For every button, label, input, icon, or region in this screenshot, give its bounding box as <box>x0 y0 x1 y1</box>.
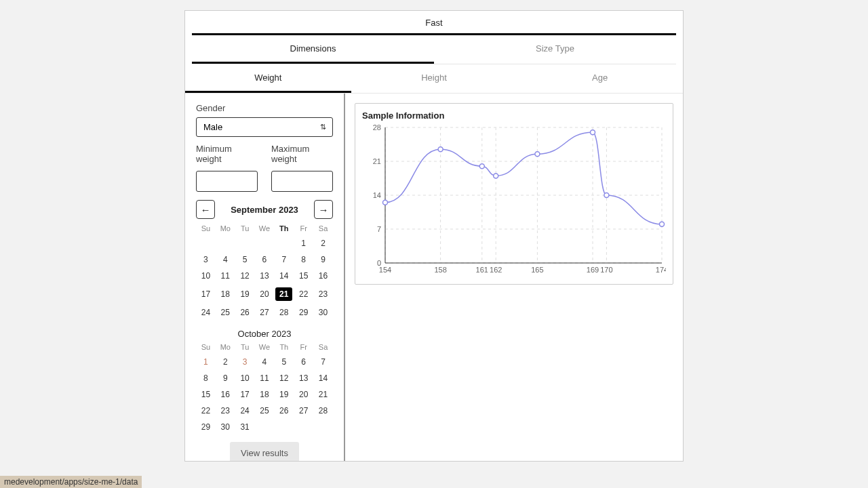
svg-text:158: 158 <box>434 266 446 274</box>
svg-text:28: 28 <box>373 123 381 131</box>
calendar-day[interactable]: 14 <box>313 370 333 386</box>
calendar-day[interactable]: 4 <box>255 354 275 370</box>
max-weight-label: Maximum weight <box>271 144 333 164</box>
calendar-day[interactable]: 1 <box>294 235 313 251</box>
svg-point-28 <box>383 200 388 205</box>
calendar-day[interactable]: 25 <box>255 403 275 419</box>
calendar-day[interactable]: 25 <box>216 304 235 321</box>
calendar-day[interactable]: 15 <box>196 386 216 403</box>
calendar-day[interactable]: 20 <box>294 386 313 403</box>
calendar-day[interactable]: 3 <box>235 354 255 370</box>
calendar-day[interactable]: 11 <box>255 370 275 386</box>
gender-select[interactable]: Male <box>196 117 333 137</box>
gender-select-wrap: Male ⇅ <box>196 117 333 137</box>
calendar-day[interactable]: 20 <box>255 284 275 304</box>
calendar-day[interactable]: 18 <box>255 386 275 403</box>
calendar-day[interactable]: 13 <box>255 268 275 284</box>
calendar-day[interactable]: 19 <box>274 386 294 403</box>
calendar-day[interactable]: 6 <box>255 251 275 268</box>
calendar-day[interactable]: 16 <box>313 268 333 284</box>
app-card: Fast Dimensions Size Type Weight Height … <box>184 10 684 462</box>
dow-header: Tu <box>235 222 255 235</box>
calendar-day[interactable]: 10 <box>235 370 255 386</box>
calendar-day[interactable]: 16 <box>216 386 235 403</box>
calendar-day[interactable]: 18 <box>216 284 235 304</box>
calendar-day[interactable]: 23 <box>313 284 333 304</box>
max-weight-input[interactable] <box>271 171 333 192</box>
view-results-button[interactable]: View results <box>230 442 299 461</box>
calendar-day[interactable]: 2 <box>216 354 235 370</box>
tab-dimensions[interactable]: Dimensions <box>192 35 434 64</box>
calendar-day[interactable]: 22 <box>294 284 313 304</box>
calendar-day[interactable]: 12 <box>235 268 255 284</box>
calendar-day[interactable]: 26 <box>235 304 255 321</box>
tab-size-type[interactable]: Size Type <box>434 35 676 64</box>
calendar-day[interactable]: 26 <box>274 403 294 419</box>
calendar-day[interactable]: 4 <box>216 251 235 268</box>
calendar-day[interactable]: 6 <box>294 354 313 370</box>
month1-title: September 2023 <box>215 205 314 215</box>
calendar-day[interactable]: 3 <box>196 251 216 268</box>
tab-weight[interactable]: Weight <box>185 64 351 93</box>
calendar-day[interactable]: 15 <box>294 268 313 284</box>
calendar-day[interactable]: 13 <box>294 370 313 386</box>
calendar-day[interactable]: 28 <box>313 403 333 419</box>
svg-text:162: 162 <box>490 266 502 274</box>
tab-age[interactable]: Age <box>517 64 683 93</box>
calendar-day[interactable]: 8 <box>196 370 216 386</box>
calendar-day[interactable]: 19 <box>235 284 255 304</box>
calendar-day <box>274 419 294 435</box>
calendar-day[interactable]: 23 <box>216 403 235 419</box>
calendar-day[interactable]: 14 <box>274 268 294 284</box>
calendar-day[interactable]: 12 <box>274 370 294 386</box>
calendar-day[interactable]: 27 <box>255 304 275 321</box>
calendar-day[interactable]: 29 <box>294 304 313 321</box>
calendar-day <box>255 419 275 435</box>
weight-inputs-row: Minimum weight Maximum weight <box>196 144 333 192</box>
svg-point-31 <box>494 174 498 178</box>
calendar-day[interactable]: 17 <box>196 284 216 304</box>
calendar-day[interactable]: 27 <box>294 403 313 419</box>
calendar-day[interactable]: 9 <box>313 251 333 268</box>
calendar-day[interactable]: 5 <box>274 354 294 370</box>
cal-prev-button[interactable]: ← <box>196 200 215 219</box>
tab-height[interactable]: Height <box>351 64 517 93</box>
calendar-day[interactable]: 1 <box>196 354 216 370</box>
calendar-day[interactable]: 8 <box>294 251 313 268</box>
calendar-day[interactable]: 29 <box>196 419 216 435</box>
cal-next-button[interactable]: → <box>314 200 333 219</box>
calendar-day[interactable]: 28 <box>274 304 294 321</box>
calendar-day[interactable]: 22 <box>196 403 216 419</box>
app-title: Fast <box>425 18 442 28</box>
dow-header: Mo <box>216 340 235 354</box>
calendar-day[interactable]: 10 <box>196 268 216 284</box>
calendar-day[interactable]: 11 <box>216 268 235 284</box>
top-tabs: Dimensions Size Type <box>192 35 676 64</box>
calendar-day[interactable]: 30 <box>313 304 333 321</box>
calendar-day[interactable]: 5 <box>235 251 255 268</box>
month2-title: October 2023 <box>196 329 333 339</box>
main-panel: Sample Information 071421281541581611621… <box>345 94 683 461</box>
calendar-day <box>294 419 313 435</box>
svg-text:14: 14 <box>373 191 381 199</box>
calendar-day <box>274 235 294 251</box>
svg-point-30 <box>479 164 484 169</box>
calendar-day <box>255 235 275 251</box>
svg-point-34 <box>604 193 609 198</box>
calendar-day[interactable]: 24 <box>235 403 255 419</box>
dow-header: Th <box>274 340 294 354</box>
calendar-day[interactable]: 21 <box>274 284 294 304</box>
calendar-day[interactable]: 9 <box>216 370 235 386</box>
calendar-day[interactable]: 7 <box>313 354 333 370</box>
dow-header: Fr <box>294 222 313 235</box>
calendar-day[interactable]: 30 <box>216 419 235 435</box>
min-weight-input[interactable] <box>196 171 258 192</box>
calendar-day[interactable]: 24 <box>196 304 216 321</box>
chart-container: Sample Information 071421281541581611621… <box>355 103 673 285</box>
calendar-day[interactable]: 2 <box>313 235 333 251</box>
dow-header: Tu <box>235 340 255 354</box>
calendar-day[interactable]: 31 <box>235 419 255 435</box>
calendar-day[interactable]: 17 <box>235 386 255 403</box>
calendar-day[interactable]: 7 <box>274 251 294 268</box>
calendar-day[interactable]: 21 <box>313 386 333 403</box>
